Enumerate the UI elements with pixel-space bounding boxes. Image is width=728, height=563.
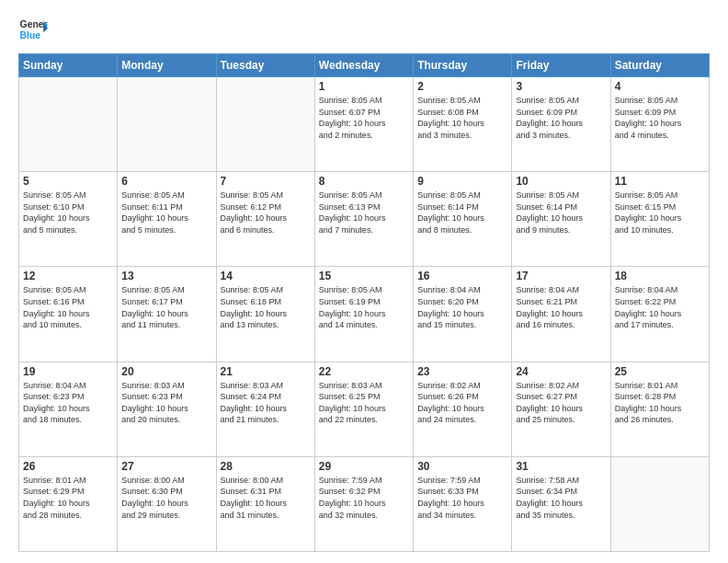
day-info: Sunrise: 8:04 AM Sunset: 6:21 PM Dayligh… xyxy=(516,284,606,330)
header-thursday: Thursday xyxy=(414,54,512,77)
day-number: 1 xyxy=(319,80,409,93)
day-info: Sunrise: 8:00 AM Sunset: 6:31 PM Dayligh… xyxy=(221,475,311,521)
day-number: 11 xyxy=(615,175,705,188)
day-number: 4 xyxy=(615,80,705,93)
calendar-cell: 12Sunrise: 8:05 AM Sunset: 6:16 PM Dayli… xyxy=(19,267,118,362)
day-number: 15 xyxy=(319,270,409,282)
day-number: 29 xyxy=(319,460,409,473)
calendar-cell: 14Sunrise: 8:05 AM Sunset: 6:18 PM Dayli… xyxy=(216,267,314,362)
calendar-week-1: 5Sunrise: 8:05 AM Sunset: 6:10 PM Daylig… xyxy=(19,172,710,267)
calendar-cell: 29Sunrise: 7:59 AM Sunset: 6:32 PM Dayli… xyxy=(314,456,413,551)
calendar-cell: 16Sunrise: 8:04 AM Sunset: 6:20 PM Dayli… xyxy=(414,267,512,362)
day-info: Sunrise: 8:02 AM Sunset: 6:27 PM Dayligh… xyxy=(516,380,606,426)
svg-text:Blue: Blue xyxy=(20,30,41,40)
day-info: Sunrise: 8:04 AM Sunset: 6:20 PM Dayligh… xyxy=(417,284,507,330)
header-monday: Monday xyxy=(118,54,216,77)
calendar-cell: 28Sunrise: 8:00 AM Sunset: 6:31 PM Dayli… xyxy=(216,456,314,551)
calendar-cell: 13Sunrise: 8:05 AM Sunset: 6:17 PM Dayli… xyxy=(118,267,216,362)
day-info: Sunrise: 8:05 AM Sunset: 6:17 PM Dayligh… xyxy=(121,284,211,330)
calendar-cell xyxy=(610,456,709,551)
day-number: 30 xyxy=(417,460,507,473)
calendar-cell: 17Sunrise: 8:04 AM Sunset: 6:21 PM Dayli… xyxy=(512,267,610,362)
calendar-cell: 26Sunrise: 8:01 AM Sunset: 6:29 PM Dayli… xyxy=(19,456,118,551)
day-info: Sunrise: 8:04 AM Sunset: 6:22 PM Dayligh… xyxy=(615,284,705,330)
day-number: 2 xyxy=(417,80,507,93)
logo-icon: General Blue xyxy=(18,15,48,44)
calendar-cell: 11Sunrise: 8:05 AM Sunset: 6:15 PM Dayli… xyxy=(610,172,709,267)
calendar-cell xyxy=(216,77,314,172)
calendar-cell: 21Sunrise: 8:03 AM Sunset: 6:24 PM Dayli… xyxy=(216,362,314,456)
calendar-header-row: SundayMondayTuesdayWednesdayThursdayFrid… xyxy=(19,54,710,77)
calendar-cell: 10Sunrise: 8:05 AM Sunset: 6:14 PM Dayli… xyxy=(512,172,610,267)
day-number: 6 xyxy=(121,175,211,188)
day-number: 14 xyxy=(221,270,311,282)
day-info: Sunrise: 8:05 AM Sunset: 6:15 PM Dayligh… xyxy=(615,190,705,236)
day-number: 8 xyxy=(319,175,409,188)
day-info: Sunrise: 8:02 AM Sunset: 6:26 PM Dayligh… xyxy=(417,380,507,426)
day-number: 21 xyxy=(221,365,311,378)
header-wednesday: Wednesday xyxy=(314,54,413,77)
day-number: 23 xyxy=(417,365,507,378)
day-info: Sunrise: 8:05 AM Sunset: 6:18 PM Dayligh… xyxy=(221,284,311,330)
day-info: Sunrise: 8:05 AM Sunset: 6:12 PM Dayligh… xyxy=(221,190,311,236)
calendar-cell: 22Sunrise: 8:03 AM Sunset: 6:25 PM Dayli… xyxy=(314,362,413,456)
day-info: Sunrise: 8:05 AM Sunset: 6:19 PM Dayligh… xyxy=(319,284,409,330)
day-info: Sunrise: 7:58 AM Sunset: 6:34 PM Dayligh… xyxy=(516,475,606,521)
day-info: Sunrise: 8:05 AM Sunset: 6:16 PM Dayligh… xyxy=(23,284,113,330)
day-info: Sunrise: 8:05 AM Sunset: 6:10 PM Dayligh… xyxy=(23,190,113,236)
calendar-cell: 27Sunrise: 8:00 AM Sunset: 6:30 PM Dayli… xyxy=(118,456,216,551)
calendar-cell: 15Sunrise: 8:05 AM Sunset: 6:19 PM Dayli… xyxy=(314,267,413,362)
day-info: Sunrise: 8:00 AM Sunset: 6:30 PM Dayligh… xyxy=(121,475,211,521)
day-number: 20 xyxy=(121,365,211,378)
header-tuesday: Tuesday xyxy=(216,54,314,77)
day-number: 17 xyxy=(516,270,606,282)
calendar-week-2: 12Sunrise: 8:05 AM Sunset: 6:16 PM Dayli… xyxy=(19,267,710,362)
calendar-cell: 5Sunrise: 8:05 AM Sunset: 6:10 PM Daylig… xyxy=(19,172,118,267)
calendar-cell: 30Sunrise: 7:59 AM Sunset: 6:33 PM Dayli… xyxy=(414,456,512,551)
day-number: 3 xyxy=(516,80,606,93)
day-number: 22 xyxy=(319,365,409,378)
day-number: 13 xyxy=(121,270,211,282)
header-saturday: Saturday xyxy=(610,54,709,77)
header-sunday: Sunday xyxy=(19,54,118,77)
day-number: 27 xyxy=(121,460,211,473)
day-number: 12 xyxy=(23,270,113,282)
calendar-cell: 19Sunrise: 8:04 AM Sunset: 6:23 PM Dayli… xyxy=(19,362,118,456)
calendar-week-3: 19Sunrise: 8:04 AM Sunset: 6:23 PM Dayli… xyxy=(19,362,710,456)
calendar-cell: 2Sunrise: 8:05 AM Sunset: 6:08 PM Daylig… xyxy=(414,77,512,172)
calendar-cell xyxy=(19,77,118,172)
calendar-cell: 24Sunrise: 8:02 AM Sunset: 6:27 PM Dayli… xyxy=(512,362,610,456)
calendar-cell: 7Sunrise: 8:05 AM Sunset: 6:12 PM Daylig… xyxy=(216,172,314,267)
calendar-table: SundayMondayTuesdayWednesdayThursdayFrid… xyxy=(18,53,710,552)
header-friday: Friday xyxy=(512,54,610,77)
day-info: Sunrise: 8:05 AM Sunset: 6:11 PM Dayligh… xyxy=(121,190,211,236)
day-info: Sunrise: 8:01 AM Sunset: 6:28 PM Dayligh… xyxy=(615,380,705,426)
day-number: 18 xyxy=(615,270,705,282)
day-number: 19 xyxy=(23,365,113,378)
calendar-week-4: 26Sunrise: 8:01 AM Sunset: 6:29 PM Dayli… xyxy=(19,456,710,551)
day-info: Sunrise: 8:01 AM Sunset: 6:29 PM Dayligh… xyxy=(23,475,113,521)
day-info: Sunrise: 8:05 AM Sunset: 6:07 PM Dayligh… xyxy=(319,95,409,141)
calendar-cell: 1Sunrise: 8:05 AM Sunset: 6:07 PM Daylig… xyxy=(314,77,413,172)
day-number: 26 xyxy=(23,460,113,473)
day-info: Sunrise: 8:03 AM Sunset: 6:25 PM Dayligh… xyxy=(319,380,409,426)
day-info: Sunrise: 8:05 AM Sunset: 6:14 PM Dayligh… xyxy=(417,190,507,236)
calendar-cell: 3Sunrise: 8:05 AM Sunset: 6:09 PM Daylig… xyxy=(512,77,610,172)
calendar-week-0: 1Sunrise: 8:05 AM Sunset: 6:07 PM Daylig… xyxy=(19,77,710,172)
day-number: 7 xyxy=(221,175,311,188)
day-number: 31 xyxy=(516,460,606,473)
day-info: Sunrise: 8:05 AM Sunset: 6:09 PM Dayligh… xyxy=(516,95,606,141)
day-info: Sunrise: 7:59 AM Sunset: 6:33 PM Dayligh… xyxy=(417,475,507,521)
day-info: Sunrise: 8:05 AM Sunset: 6:14 PM Dayligh… xyxy=(516,190,606,236)
day-number: 25 xyxy=(615,365,705,378)
calendar-cell: 20Sunrise: 8:03 AM Sunset: 6:23 PM Dayli… xyxy=(118,362,216,456)
day-info: Sunrise: 8:05 AM Sunset: 6:08 PM Dayligh… xyxy=(417,95,507,141)
calendar-cell: 9Sunrise: 8:05 AM Sunset: 6:14 PM Daylig… xyxy=(414,172,512,267)
header: General Blue xyxy=(18,15,710,44)
day-number: 24 xyxy=(516,365,606,378)
day-info: Sunrise: 7:59 AM Sunset: 6:32 PM Dayligh… xyxy=(319,475,409,521)
day-info: Sunrise: 8:05 AM Sunset: 6:13 PM Dayligh… xyxy=(319,190,409,236)
day-number: 9 xyxy=(417,175,507,188)
page: General Blue SundayMondayTuesdayWednesda… xyxy=(0,0,728,563)
calendar-cell: 31Sunrise: 7:58 AM Sunset: 6:34 PM Dayli… xyxy=(512,456,610,551)
